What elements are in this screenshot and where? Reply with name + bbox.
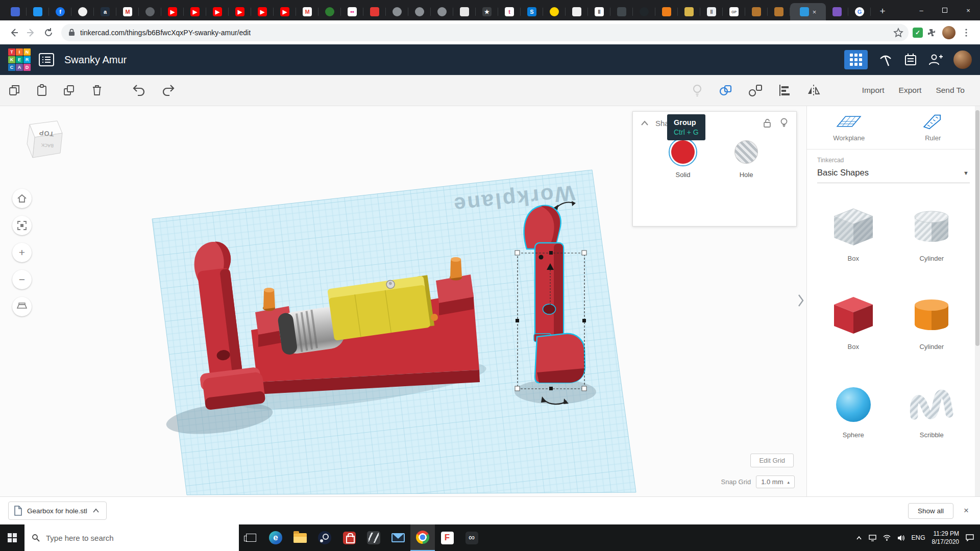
fit-view-button[interactable] [12,216,32,235]
taskbar-app-mail[interactable] [386,524,410,551]
browser-tab[interactable]: ▶ [229,3,251,20]
browser-tab[interactable]: ▶ [274,3,296,20]
browser-tab[interactable]: G [848,3,871,20]
shape-tile-scribble[interactable]: Scribble [908,383,955,439]
minecraft-pickaxe-button[interactable] [878,52,893,67]
edit-grid-button[interactable]: Edit Grid [750,454,794,467]
taskbar-app-f[interactable]: F [435,524,459,551]
forward-button[interactable] [22,24,40,41]
shape-tile-sphere[interactable]: Sphere [830,383,877,439]
browser-menu-button[interactable] [958,24,975,41]
browser-tab[interactable] [745,3,768,20]
minimize-button[interactable]: – [910,0,933,20]
browser-tab[interactable] [610,3,633,20]
snap-grid-select[interactable]: 1.0 mm ▴ [756,475,795,488]
paste-button[interactable] [35,83,49,97]
edge-handle[interactable] [549,387,553,390]
hidden-icons-chevron[interactable] [856,536,862,540]
redo-button[interactable] [160,84,176,97]
scale-handle[interactable] [582,251,586,255]
browser-tab[interactable] [431,3,453,20]
duplicate-button[interactable] [62,83,77,97]
browser-tab[interactable] [71,3,94,20]
extensions-puzzle-icon[interactable] [923,24,940,41]
import-button[interactable]: Import [862,86,885,95]
chevron-up-icon[interactable] [92,508,100,513]
browser-tab[interactable] [139,3,161,20]
scale-handle[interactable] [582,386,586,391]
browser-tab[interactable]: ‖ [588,3,610,20]
taskbar-app-file-explorer[interactable] [288,524,312,551]
browser-tab[interactable] [363,3,386,20]
invite-people-button[interactable] [928,53,943,67]
browser-tab-active[interactable]: × [790,3,826,20]
taskbar-search[interactable] [24,524,239,551]
browser-tab[interactable]: S [521,3,543,20]
panel-collapse-button[interactable] [797,294,804,309]
browser-tab[interactable] [318,3,341,20]
taskbar-clock[interactable]: 11:29 PM 8/17/2020 [932,530,959,546]
new-tab-button[interactable]: + [875,4,890,19]
language-indicator[interactable]: ENG [912,534,925,541]
workplane-tool[interactable]: Workplane [807,113,891,142]
ungroup-button[interactable] [748,83,763,97]
display-tray-icon[interactable] [869,535,876,541]
height-handle[interactable] [539,255,544,260]
browser-tab[interactable] [633,3,655,20]
browser-tab[interactable]: ▶ [206,3,229,20]
edge-handle[interactable] [549,251,553,255]
browser-tab[interactable]: t [498,3,521,20]
perspective-toggle-button[interactable] [12,297,32,316]
browser-tab[interactable]: a [94,3,116,20]
browser-tab[interactable]: ▶ [184,3,206,20]
download-item[interactable]: Gearbox for hole.stl [8,502,107,520]
shape-tile-cylinder-solid[interactable]: Cylinder [908,295,955,350]
taskbar-app-store[interactable] [337,524,361,551]
zoom-in-button[interactable]: + [12,243,32,262]
taskbar-app-steam[interactable] [312,524,337,551]
browser-tab[interactable]: ▶ [161,3,184,20]
sidebar-scrollbar[interactable] [975,106,980,496]
tinkercad-logo[interactable]: TINKERCAD [8,48,31,71]
tab-close-icon[interactable]: × [813,8,817,16]
ruler-tool[interactable]: Ruler [891,113,975,142]
browser-tab[interactable] [543,3,566,20]
browser-tab[interactable] [678,3,700,20]
hole-swatch[interactable] [734,140,758,164]
reload-button[interactable] [40,24,57,41]
taskbar-app-infinity[interactable]: ∞ [459,524,484,551]
browser-tab[interactable] [566,3,588,20]
send-to-button[interactable]: Send To [936,86,965,95]
browser-tab[interactable] [826,3,848,20]
address-bar[interactable]: tinkercad.com/things/b6BfwcXqxPY-swanky-… [61,24,909,41]
maximize-button[interactable] [933,0,957,20]
browser-tab[interactable] [386,3,408,20]
window-close-button[interactable]: × [957,0,980,20]
browser-tab[interactable]: •• [341,3,363,20]
visibility-bulb-icon[interactable] [780,118,788,128]
solid-swatch[interactable] [671,140,695,164]
design-title[interactable]: Swanky Amur [64,54,127,66]
start-button[interactable] [0,524,24,551]
adblock-extension-icon[interactable]: ✓ [913,28,923,38]
search-input[interactable] [46,534,209,542]
browser-tab[interactable]: ★ [476,3,498,20]
edge-handle[interactable] [582,319,586,322]
hole-option[interactable]: Hole [734,140,758,179]
shape-tile-box-solid[interactable]: Box [830,295,877,350]
browser-tab[interactable] [408,3,431,20]
browser-tab[interactable]: M [296,3,318,20]
browser-tab[interactable]: M [116,3,139,20]
download-bar-close-icon[interactable]: × [953,506,972,516]
design-menu-button[interactable] [39,53,54,66]
scale-handle[interactable] [515,386,520,391]
mirror-button[interactable] [806,83,821,97]
view-cube[interactable]: TOP BACK [27,121,62,158]
browser-profile-avatar[interactable] [942,26,955,39]
browser-tab[interactable] [768,3,790,20]
taskbar-app-game[interactable] [361,524,386,551]
network-tray-icon[interactable] [883,535,891,541]
scrollbar-thumb[interactable] [975,110,979,346]
show-all-downloads-button[interactable]: Show all [908,503,953,519]
shape-tile-box-hole[interactable]: Box [830,207,877,262]
